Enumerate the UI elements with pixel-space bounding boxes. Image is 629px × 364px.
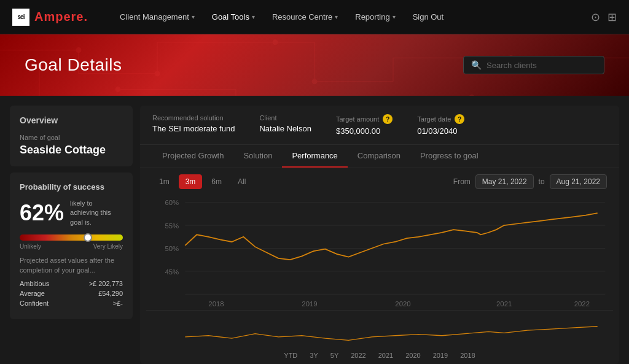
tab-comparison[interactable]: Comparison <box>348 145 410 168</box>
time-btn-6m[interactable]: 6m <box>205 174 229 189</box>
probability-description: likely to achieving this goal is. <box>70 199 123 227</box>
info-recommended-solution: Recommended solution The SEI moderate fu… <box>152 114 235 133</box>
tab-projected-growth[interactable]: Projected Growth <box>152 145 233 168</box>
time-btn-3m[interactable]: 3m <box>179 174 203 189</box>
mini-performance-chart <box>146 311 613 347</box>
goal-name: Seaside Cottage <box>20 144 123 157</box>
date-range: From May 21, 2022 to Aug 21, 2022 <box>453 174 607 189</box>
bottom-btn-2018[interactable]: 2018 <box>456 350 479 360</box>
svg-point-11 <box>312 79 317 84</box>
target-amount-value: $350,000.00 <box>336 126 393 136</box>
svg-text:2019: 2019 <box>302 301 317 308</box>
bottom-btn-2020[interactable]: 2020 <box>402 350 424 360</box>
from-date[interactable]: May 21, 2022 <box>475 174 534 189</box>
time-btn-all[interactable]: All <box>231 174 252 189</box>
target-amount-label-row: Target amount ? <box>336 114 393 124</box>
very-likely-label: Very Likely <box>93 243 123 250</box>
chevron-down-icon: ▾ <box>335 14 338 20</box>
info-client: Client Natalie Nelson <box>259 114 311 133</box>
navbar-icons: ⊙ ⊞ <box>591 10 617 24</box>
logo-icon: sei <box>12 9 29 26</box>
hero-banner: Goal Details 🔍 <box>0 34 629 96</box>
to-label: to <box>539 177 545 186</box>
tab-progress-to-goal[interactable]: Progress to goal <box>410 145 488 168</box>
bottom-time-btns: YTD 3Y 5Y 2022 2021 2020 2019 2018 <box>146 347 613 364</box>
svg-text:60%: 60% <box>165 199 179 207</box>
mini-chart <box>146 310 613 347</box>
logo-text: Ampere. <box>34 10 88 24</box>
left-panel: Overview Name of goal Seaside Cottage Pr… <box>10 106 133 364</box>
main-content: Overview Name of goal Seaside Cottage Pr… <box>0 96 629 364</box>
proj-average: Average £54,290 <box>20 290 123 297</box>
chevron-down-icon: ▾ <box>192 14 195 20</box>
search-input[interactable] <box>486 61 596 70</box>
chevron-down-icon: ▾ <box>393 14 396 20</box>
overview-card: Overview Name of goal Seaside Cottage <box>10 106 133 166</box>
svg-text:50%: 50% <box>165 246 179 253</box>
nav-resource-centre[interactable]: Resource Centre ▾ <box>265 9 345 25</box>
svg-text:2022: 2022 <box>574 301 590 308</box>
tab-performance[interactable]: Performance <box>282 145 347 168</box>
probability-bar-container: Unlikely Very Likely <box>20 234 123 250</box>
probability-labels: Unlikely Very Likely <box>20 243 123 250</box>
recommended-solution-label: Recommended solution <box>152 114 235 122</box>
client-value: Natalie Nelson <box>259 124 311 133</box>
bottom-btn-ytd[interactable]: YTD <box>280 350 301 360</box>
overview-title: Overview <box>20 115 123 125</box>
chart-area: 1m 3m 6m All From May 21, 2022 to Aug 21… <box>140 168 619 364</box>
time-btn-1m[interactable]: 1m <box>152 174 176 189</box>
target-date-label-row: Target date ? <box>417 114 464 124</box>
nav-goal-tools[interactable]: Goal Tools ▾ <box>205 9 262 25</box>
recommended-solution-value: The SEI moderate fund <box>152 124 235 133</box>
info-target-amount: Target amount ? $350,000.00 <box>336 114 393 136</box>
svg-text:45%: 45% <box>165 268 179 276</box>
target-date-value: 01/03/2040 <box>417 126 464 136</box>
projected-rows: Ambitious >£ 202,773 Average £54,290 Con… <box>20 280 123 307</box>
tab-solution[interactable]: Solution <box>233 145 282 168</box>
charts-container: 60% 55% 50% 45% 2018 2019 2020 2021 2022 <box>140 195 619 364</box>
bottom-btn-5y[interactable]: 5Y <box>327 350 342 360</box>
svg-point-6 <box>155 71 160 76</box>
bottom-btn-2021[interactable]: 2021 <box>375 350 397 360</box>
projected-asset-text: Projected asset values after the complet… <box>20 256 123 275</box>
bottom-btn-2019[interactable]: 2019 <box>429 350 451 360</box>
nav-sign-out[interactable]: Sign Out <box>405 9 451 25</box>
performance-chart: 60% 55% 50% 45% 2018 2019 2020 2021 2022 <box>146 195 613 310</box>
unlikely-label: Unlikely <box>20 243 41 250</box>
from-label: From <box>453 177 471 186</box>
client-label: Client <box>259 114 311 122</box>
goal-label: Name of goal <box>20 134 123 141</box>
svg-point-3 <box>76 48 81 53</box>
chevron-down-icon: ▾ <box>252 14 255 20</box>
main-chart: 60% 55% 50% 45% 2018 2019 2020 2021 2022 <box>146 195 613 310</box>
svg-text:2020: 2020 <box>395 301 410 308</box>
logo[interactable]: sei Ampere. <box>12 9 88 26</box>
info-target-date: Target date ? 01/03/2040 <box>417 114 464 136</box>
nav-client-management[interactable]: Client Management ▾ <box>112 9 202 25</box>
proj-confident: Confident >£- <box>20 300 123 307</box>
probability-bar-indicator <box>84 233 92 242</box>
probability-row: 62% likely to achieving this goal is. <box>20 199 123 227</box>
proj-ambitious: Ambitious >£ 202,773 <box>20 280 123 287</box>
time-controls: 1m 3m 6m All From May 21, 2022 to Aug 21… <box>140 168 619 195</box>
bottom-btn-2022[interactable]: 2022 <box>347 350 369 360</box>
svg-text:2021: 2021 <box>496 301 512 308</box>
to-date[interactable]: Aug 21, 2022 <box>550 174 607 189</box>
apps-icon[interactable]: ⊞ <box>608 10 617 24</box>
svg-point-17 <box>115 87 120 92</box>
nav-reporting[interactable]: Reporting ▾ <box>348 9 402 25</box>
svg-text:2018: 2018 <box>208 301 224 308</box>
svg-text:55%: 55% <box>165 222 179 230</box>
tabs-bar: Projected Growth Solution Performance Co… <box>140 145 619 168</box>
target-date-help-icon[interactable]: ? <box>455 114 464 124</box>
page-title: Goal Details <box>25 55 122 75</box>
user-icon[interactable]: ⊙ <box>591 10 600 24</box>
search-bar[interactable]: 🔍 <box>463 56 604 74</box>
right-panel: Recommended solution The SEI moderate fu… <box>140 106 619 364</box>
target-amount-help-icon[interactable]: ? <box>383 114 393 124</box>
probability-percentage: 62% <box>20 200 64 226</box>
bottom-btn-3y[interactable]: 3Y <box>306 350 321 360</box>
svg-point-22 <box>469 95 474 96</box>
navbar: sei Ampere. Client Management ▾ Goal Too… <box>0 0 629 34</box>
nav-menu: Client Management ▾ Goal Tools ▾ Resourc… <box>112 9 581 25</box>
